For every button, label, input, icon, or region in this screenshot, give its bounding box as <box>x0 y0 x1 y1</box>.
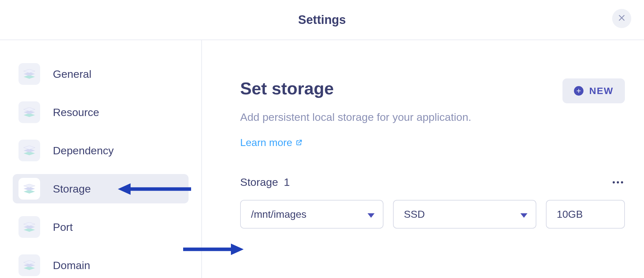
settings-header: Settings <box>0 0 644 40</box>
layers-icon <box>18 101 40 123</box>
layers-icon <box>18 216 40 238</box>
layers-icon <box>18 254 40 276</box>
new-storage-button[interactable]: NEW <box>562 78 625 103</box>
storage-size-value: 10GB <box>557 208 583 220</box>
svg-marker-16 <box>24 222 35 226</box>
svg-point-24 <box>621 181 623 183</box>
sidebar-item-label: Domain <box>53 259 90 272</box>
sidebar-item-label: Storage <box>53 183 91 195</box>
storage-entry: Storage1 /mnt/images <box>240 176 625 229</box>
svg-marker-19 <box>24 260 35 264</box>
svg-marker-26 <box>520 213 527 218</box>
sidebar-item-label: Port <box>53 221 73 233</box>
layers-icon <box>18 140 40 161</box>
panel-subheading: Add persistent local storage for your ap… <box>240 109 471 125</box>
svg-marker-4 <box>24 69 35 73</box>
learn-more-link[interactable]: Learn more <box>240 137 303 149</box>
panel-heading: Set storage <box>240 78 471 98</box>
storage-type-select[interactable]: SSD <box>393 200 536 229</box>
layers-icon <box>18 63 40 85</box>
learn-more-label: Learn more <box>240 137 292 149</box>
svg-point-22 <box>613 181 615 183</box>
storage-entry-title: Storage1 <box>240 176 290 188</box>
svg-marker-10 <box>24 146 35 150</box>
sidebar-item-label: Dependency <box>53 144 114 157</box>
external-link-icon <box>296 137 303 149</box>
storage-type-value: SSD <box>404 208 425 220</box>
sidebar-item-label: General <box>53 68 91 80</box>
sidebar-item-resource[interactable]: Resource <box>13 98 189 127</box>
close-icon <box>618 14 626 23</box>
storage-path-select[interactable]: /mnt/images <box>240 200 383 229</box>
page-title: Settings <box>298 13 346 27</box>
svg-marker-13 <box>24 184 35 188</box>
sidebar-item-label: Resource <box>53 106 99 119</box>
layers-icon <box>18 178 40 200</box>
new-button-label: NEW <box>589 85 613 96</box>
plus-icon <box>574 86 583 96</box>
more-horizontal-icon <box>612 179 624 185</box>
svg-point-23 <box>617 181 619 183</box>
sidebar-item-port[interactable]: Port <box>13 212 189 242</box>
storage-size-input[interactable]: 10GB <box>546 200 625 229</box>
sidebar-item-general[interactable]: General <box>13 59 189 89</box>
chevron-down-icon <box>368 208 375 220</box>
sidebar-item-domain[interactable]: Domain <box>13 251 189 278</box>
storage-entry-more-button[interactable] <box>611 178 625 187</box>
close-button[interactable] <box>612 9 631 28</box>
chevron-down-icon <box>520 208 527 220</box>
svg-marker-7 <box>24 107 35 111</box>
settings-sidebar: General Resource Dependency <box>0 40 202 278</box>
storage-panel: Set storage Add persistent local storage… <box>202 40 644 278</box>
sidebar-item-storage[interactable]: Storage <box>13 174 189 203</box>
svg-marker-25 <box>368 213 375 218</box>
sidebar-item-dependency[interactable]: Dependency <box>13 136 189 165</box>
storage-path-value: /mnt/images <box>251 208 306 220</box>
